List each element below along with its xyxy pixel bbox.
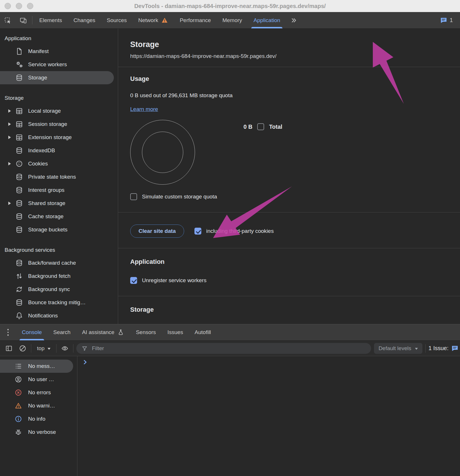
database-icon bbox=[15, 212, 24, 221]
tab-application[interactable]: Application bbox=[248, 12, 286, 28]
issues-counter-button[interactable]: 1 bbox=[437, 16, 455, 24]
sidebar-item-interest-groups[interactable]: Interest groups bbox=[0, 184, 118, 197]
database-icon bbox=[15, 298, 24, 307]
third-party-cookies-checkbox[interactable] bbox=[194, 228, 201, 235]
database-icon bbox=[15, 186, 24, 194]
console-filter-errors[interactable]: No errors bbox=[0, 386, 77, 399]
legend-total-checkbox[interactable] bbox=[257, 123, 264, 130]
expand-icon[interactable] bbox=[4, 136, 15, 139]
clear-console-button[interactable] bbox=[17, 343, 28, 354]
minimize-window-button[interactable] bbox=[16, 3, 22, 9]
unregister-sw-row: Unregister service workers bbox=[130, 277, 460, 284]
console-filter-input[interactable]: Filter bbox=[76, 343, 371, 354]
storage-panel: Storage https://damian-maps-684-improve-… bbox=[118, 29, 460, 324]
sidebar-item-notifications[interactable]: Notifications bbox=[0, 309, 118, 322]
maximize-window-button[interactable] bbox=[27, 3, 33, 9]
toolbar-divider bbox=[31, 344, 31, 353]
unregister-sw-checkbox[interactable] bbox=[130, 277, 137, 284]
section-divider bbox=[118, 212, 460, 212]
tab-network[interactable]: Network bbox=[132, 12, 174, 28]
chevron-down-icon bbox=[415, 348, 418, 350]
issues-counter[interactable]: 1 Issue: bbox=[428, 344, 459, 352]
bell-icon bbox=[15, 311, 24, 320]
network-warning-icon bbox=[161, 17, 168, 24]
sidebar-item-manifest[interactable]: Manifest bbox=[0, 45, 118, 58]
clear-site-data-button[interactable]: Clear site data bbox=[130, 225, 184, 238]
legend-label: Total bbox=[269, 124, 282, 130]
expand-icon[interactable] bbox=[4, 122, 15, 126]
gears-icon bbox=[15, 60, 24, 69]
console-output[interactable] bbox=[77, 356, 460, 476]
execution-context-selector[interactable]: top bbox=[34, 345, 53, 352]
legend-value: 0 B bbox=[243, 124, 252, 130]
log-levels-dropdown[interactable]: Default levels bbox=[374, 343, 422, 354]
console-sidebar-toggle-button[interactable] bbox=[3, 343, 14, 354]
drawer-menu-button[interactable] bbox=[0, 324, 16, 340]
file-icon bbox=[15, 47, 24, 56]
more-tabs-button[interactable] bbox=[286, 12, 301, 28]
window-title: DevTools - damian-maps-684-improve-near.… bbox=[134, 3, 326, 9]
inspect-element-button[interactable] bbox=[0, 12, 15, 28]
console-filter-all-messages[interactable]: No mess… bbox=[0, 360, 73, 373]
database-icon bbox=[15, 173, 24, 181]
issues-chat-icon bbox=[451, 344, 459, 352]
drawer-tab-ai-assistance[interactable]: AI assistance bbox=[76, 324, 130, 340]
devtools-tabbar: Elements Changes Sources Network Perform… bbox=[0, 12, 460, 29]
tab-sources[interactable]: Sources bbox=[101, 12, 132, 28]
fetch-arrows-icon bbox=[15, 272, 24, 280]
sidebar-item-storage-buckets[interactable]: Storage buckets bbox=[0, 223, 118, 236]
toolbar-divider bbox=[73, 344, 73, 353]
learn-more-link[interactable]: Learn more bbox=[130, 106, 158, 112]
live-expression-eye-button[interactable] bbox=[59, 343, 70, 354]
tab-memory[interactable]: Memory bbox=[217, 12, 248, 28]
sidebar-item-extension-storage[interactable]: Extension storage bbox=[0, 131, 118, 144]
close-window-button[interactable] bbox=[5, 3, 11, 9]
expand-icon[interactable] bbox=[4, 109, 15, 113]
tab-elements[interactable]: Elements bbox=[34, 12, 68, 28]
sidebar-item-cookies[interactable]: Cookies bbox=[0, 157, 118, 170]
database-icon bbox=[15, 73, 24, 82]
console-filter-warnings[interactable]: No warni… bbox=[0, 399, 77, 412]
application-panel-sidebar: Application Manifest Service workers Sto… bbox=[0, 29, 118, 324]
expand-icon[interactable] bbox=[4, 162, 15, 165]
table-icon bbox=[15, 107, 24, 115]
sidebar-item-back-forward-cache[interactable]: Back/forward cache bbox=[0, 256, 118, 270]
filter-funnel-icon bbox=[81, 345, 88, 352]
drawer-tab-autofill[interactable]: Autofill bbox=[189, 324, 217, 340]
console-filter-verbose[interactable]: No verbose bbox=[0, 426, 77, 439]
drawer-tab-search[interactable]: Search bbox=[48, 324, 76, 340]
storage-section-heading: Storage bbox=[130, 306, 460, 313]
device-toolbar-button[interactable] bbox=[15, 12, 31, 28]
sidebar-item-background-sync[interactable]: Background sync bbox=[0, 283, 118, 296]
error-icon bbox=[14, 389, 22, 397]
drawer-tab-sensors[interactable]: Sensors bbox=[130, 324, 162, 340]
simulate-quota-checkbox[interactable] bbox=[130, 193, 137, 200]
tab-performance[interactable]: Performance bbox=[174, 12, 217, 28]
sidebar-item-cache-storage[interactable]: Cache storage bbox=[0, 210, 118, 223]
expand-icon[interactable] bbox=[4, 202, 15, 205]
console-filter-info[interactable]: No info bbox=[0, 412, 77, 426]
clear-site-data-row: Clear site data including third-party co… bbox=[130, 225, 460, 238]
issues-chat-icon bbox=[440, 16, 448, 24]
sidebar-item-private-state-tokens[interactable]: Private state tokens bbox=[0, 170, 118, 184]
sidebar-section-storage: Storage bbox=[0, 92, 118, 104]
tab-changes[interactable]: Changes bbox=[68, 12, 101, 28]
usage-donut-chart: 0 B Total bbox=[130, 120, 460, 185]
sidebar-item-local-storage[interactable]: Local storage bbox=[0, 104, 118, 118]
sidebar-item-background-fetch[interactable]: Background fetch bbox=[0, 270, 118, 283]
donut-inner-ring bbox=[142, 132, 183, 173]
sidebar-item-storage[interactable]: Storage bbox=[0, 71, 114, 84]
list-icon bbox=[14, 362, 22, 370]
issues-count: 1 bbox=[450, 17, 453, 24]
toolbar-divider bbox=[56, 344, 56, 353]
console-filter-user-messages[interactable]: No user … bbox=[0, 373, 77, 386]
drawer-tab-issues[interactable]: Issues bbox=[162, 324, 189, 340]
sidebar-item-indexeddb[interactable]: IndexedDB bbox=[0, 144, 118, 157]
sidebar-item-session-storage[interactable]: Session storage bbox=[0, 118, 118, 131]
sidebar-item-shared-storage[interactable]: Shared storage bbox=[0, 197, 118, 210]
drawer-tab-console[interactable]: Console bbox=[16, 324, 48, 340]
sidebar-section-background-services: Background services bbox=[0, 244, 118, 256]
sidebar-item-service-workers[interactable]: Service workers bbox=[0, 58, 118, 71]
sidebar-item-bounce-tracking[interactable]: Bounce tracking mitig… bbox=[0, 296, 118, 309]
console-toolbar: top Filter Default levels 1 Issue: bbox=[0, 341, 460, 356]
